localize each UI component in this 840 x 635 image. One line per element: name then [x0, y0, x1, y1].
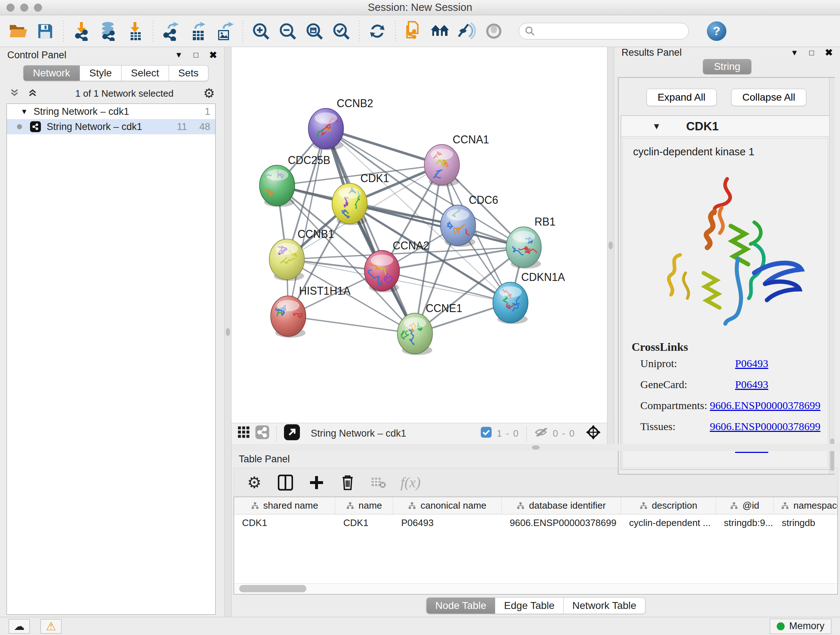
collapse-all-networks-icon[interactable]: [9, 88, 19, 99]
column-header-shared-name[interactable]: shared name: [234, 497, 335, 514]
network-node-CCNE1[interactable]: [397, 313, 432, 355]
network-node-CCNA1[interactable]: [424, 144, 459, 187]
collapse-all-button[interactable]: Collapse All: [731, 89, 806, 106]
network-node-CCNB2[interactable]: [308, 108, 343, 150]
main-toolbar: ?: [0, 15, 840, 47]
hide-annotations-icon[interactable]: [455, 19, 479, 43]
home-icon[interactable]: [428, 19, 452, 43]
table-cell[interactable]: 9606.ENSP00000378699: [502, 517, 621, 529]
import-network-icon[interactable]: [69, 19, 93, 43]
protein-collapse-icon[interactable]: ▼: [652, 121, 661, 131]
cloud-button[interactable]: ☁: [9, 619, 30, 633]
help-button[interactable]: ?: [707, 21, 726, 41]
network-node-CDC25B[interactable]: [256, 165, 295, 207]
import-database-icon[interactable]: [96, 19, 120, 43]
add-column-icon[interactable]: [307, 475, 326, 490]
warnings-button[interactable]: ⚠: [41, 619, 62, 633]
save-session-icon[interactable]: [33, 19, 57, 43]
network-node-CDKN1A[interactable]: [493, 282, 528, 325]
table-cell[interactable]: CDK1: [335, 517, 393, 529]
results-panel-float-icon[interactable]: □: [809, 48, 814, 57]
column-header-namespace[interactable]: namespace: [774, 497, 838, 514]
table-cell[interactable]: P06493: [393, 517, 502, 529]
table-cell[interactable]: stringdb:9...: [716, 517, 774, 529]
network-tree-child-row[interactable]: String Network – cdk1 11 48: [7, 119, 215, 134]
table-settings-gear-icon[interactable]: ⚙: [245, 475, 264, 491]
export-table-icon[interactable]: [186, 19, 210, 43]
open-session-icon[interactable]: [6, 19, 30, 43]
table-cell[interactable]: cyclin-dependent ...: [621, 517, 716, 529]
memory-button[interactable]: Memory: [770, 619, 831, 634]
crosslink-link[interactable]: P06493: [735, 378, 768, 391]
refresh-icon[interactable]: [365, 19, 389, 43]
selected-checkbox-icon[interactable]: [481, 427, 492, 440]
control-panel-menu-icon[interactable]: ▼: [175, 50, 183, 60]
network-edge-HIST1H1A-CCNE1[interactable]: [288, 316, 415, 333]
column-header-database-identifier[interactable]: database identifier: [502, 497, 621, 514]
network-node-HIST1H1A[interactable]: [271, 296, 306, 338]
network-edge-CCNB2-CCNE1[interactable]: [326, 128, 415, 333]
network-edge-CCNB2-CCNA1[interactable]: [326, 128, 442, 165]
export-network-icon[interactable]: [159, 19, 183, 43]
protein-structure-image[interactable]: [646, 165, 805, 331]
column-header-description[interactable]: description: [621, 497, 716, 514]
network-node-CDK1[interactable]: [332, 183, 367, 225]
hidden-eye-icon[interactable]: [534, 426, 548, 441]
tree-caret-icon[interactable]: ▼: [21, 108, 28, 116]
import-table-icon[interactable]: [123, 19, 147, 43]
horizontal-splitter[interactable]: [232, 444, 840, 451]
function-builder-icon[interactable]: f(x): [401, 474, 421, 491]
table-cell[interactable]: stringdb: [774, 517, 838, 529]
table-cell[interactable]: CDK1: [234, 517, 335, 529]
tree-child-edge-count: 48: [199, 121, 210, 133]
results-panel-close-icon[interactable]: ✖: [825, 47, 833, 58]
tab-style[interactable]: Style: [80, 65, 122, 81]
tab-edge-table[interactable]: Edge Table: [495, 597, 564, 614]
crosslink-link[interactable]: 9606.ENSP00000378699: [710, 420, 821, 432]
network-options-gear-icon[interactable]: ⚙: [203, 87, 215, 100]
tab-select[interactable]: Select: [122, 65, 169, 81]
control-panel-close-icon[interactable]: ✖: [209, 50, 217, 61]
zoom-in-icon[interactable]: [249, 19, 273, 43]
expand-all-networks-icon[interactable]: [27, 88, 38, 99]
right-splitter[interactable]: [607, 47, 614, 444]
crosslink-link[interactable]: P06493: [735, 357, 768, 370]
results-panel-menu-icon[interactable]: ▼: [790, 48, 798, 57]
tab-node-table[interactable]: Node Table: [426, 597, 495, 614]
crosslink-link[interactable]: 9606.ENSP00000378699: [710, 399, 821, 412]
left-splitter[interactable]: [224, 47, 232, 617]
network-tree-root-row[interactable]: ▼ String Network – cdk1 1: [7, 104, 215, 119]
tab-string[interactable]: String: [703, 59, 751, 74]
zoom-out-icon[interactable]: [276, 19, 300, 43]
column-header-@id[interactable]: @id: [716, 497, 774, 514]
fit-selection-crosshair-icon[interactable]: [585, 424, 601, 443]
control-panel-float-icon[interactable]: □: [194, 50, 198, 60]
delete-column-icon[interactable]: [338, 475, 357, 491]
column-header-canonical-name[interactable]: canonical name: [393, 497, 502, 514]
show-columns-icon[interactable]: [276, 475, 295, 491]
tab-network[interactable]: Network: [23, 65, 80, 81]
search-icon: [525, 26, 535, 36]
zoom-fit-icon[interactable]: [302, 19, 326, 43]
birdseye-view-icon[interactable]: [237, 426, 250, 441]
open-in-new-window-icon[interactable]: [284, 424, 300, 443]
network-edge-CCNA2-CDKN1A[interactable]: [382, 271, 510, 302]
network-canvas[interactable]: CCNB2CCNA1CDC25BCDK1CDC6RB1CCNB1CCNA2CDK…: [232, 47, 607, 423]
zoom-selected-icon[interactable]: [329, 19, 353, 43]
column-header-name[interactable]: name: [335, 497, 393, 514]
network-node-CCNA2[interactable]: [364, 250, 399, 293]
network-node-CDC6[interactable]: [441, 205, 477, 247]
tab-network-table[interactable]: Network Table: [564, 597, 645, 614]
network-node-CCNB1[interactable]: [269, 239, 304, 281]
table-hscrollbar[interactable]: [234, 583, 837, 594]
network-node-RB1[interactable]: [506, 227, 541, 269]
network-share-icon[interactable]: [256, 425, 269, 442]
delete-table-icon[interactable]: [369, 477, 388, 488]
export-image-icon[interactable]: [213, 19, 237, 43]
preview-eye-icon[interactable]: [482, 19, 506, 43]
tab-sets[interactable]: Sets: [169, 65, 208, 81]
search-input[interactable]: [538, 25, 683, 36]
clone-network-icon[interactable]: [401, 19, 425, 43]
results-scrollbar[interactable]: [829, 78, 835, 474]
expand-all-button[interactable]: Expand All: [646, 89, 717, 106]
